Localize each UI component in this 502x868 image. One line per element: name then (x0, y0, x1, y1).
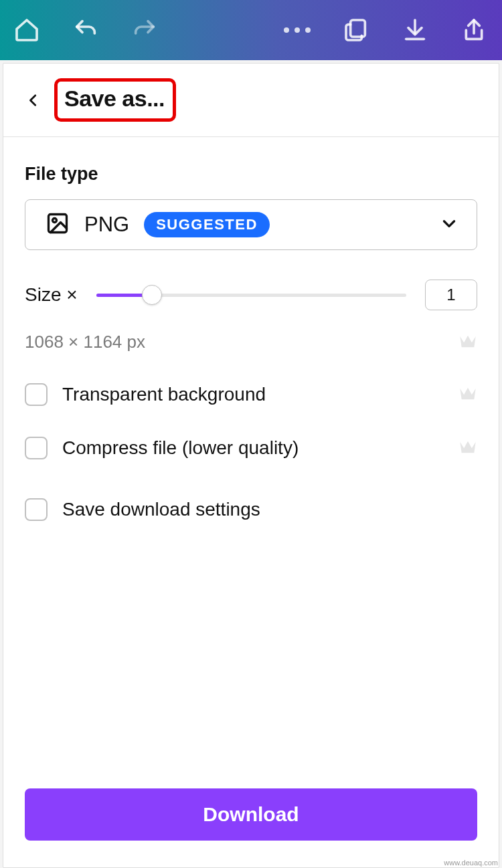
crown-icon (458, 333, 477, 352)
watermark: www.deuaq.com (444, 859, 498, 867)
compress-label: Compress file (lower quality) (62, 437, 299, 459)
size-input[interactable] (425, 280, 477, 310)
save-panel: Save as... File type PNG SUGGESTED Size … (3, 63, 499, 868)
back-button[interactable] (22, 89, 45, 112)
more-icon[interactable] (282, 15, 312, 45)
annotation-highlight: Save as... (54, 78, 176, 122)
crown-icon (458, 439, 477, 457)
size-label: Size × (25, 284, 78, 306)
transparent-bg-checkbox[interactable] (25, 383, 48, 406)
chevron-down-icon (440, 215, 458, 235)
image-icon (46, 211, 70, 238)
top-toolbar (0, 0, 502, 60)
crown-icon (458, 385, 477, 404)
suggested-badge: SUGGESTED (144, 212, 270, 237)
pages-icon[interactable] (341, 15, 371, 45)
panel-title: Save as... (64, 86, 165, 112)
undo-icon[interactable] (71, 15, 100, 45)
transparent-bg-label: Transparent background (62, 384, 266, 405)
svg-rect-1 (49, 215, 67, 233)
redo-icon[interactable] (130, 15, 159, 45)
download-icon[interactable] (400, 15, 430, 45)
dimensions-text: 1068 × 1164 px (25, 332, 145, 352)
size-slider[interactable] (96, 285, 406, 305)
file-type-value: PNG (84, 213, 129, 237)
download-button[interactable]: Download (25, 788, 477, 841)
svg-point-2 (53, 219, 57, 223)
save-settings-label: Save download settings (62, 499, 260, 520)
file-type-select[interactable]: PNG SUGGESTED (25, 199, 477, 250)
svg-rect-0 (351, 20, 365, 37)
compress-checkbox[interactable] (25, 437, 48, 459)
save-settings-checkbox[interactable] (25, 498, 48, 521)
home-icon[interactable] (12, 15, 41, 45)
share-icon[interactable] (459, 15, 489, 45)
file-type-label: File type (25, 164, 477, 185)
panel-header: Save as... (3, 64, 499, 137)
